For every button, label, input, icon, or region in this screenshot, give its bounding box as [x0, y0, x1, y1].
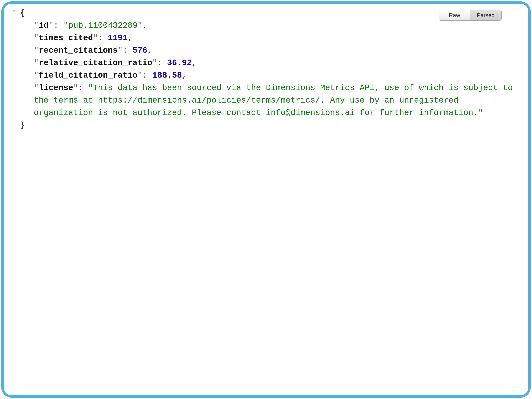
- json-value-group: "This data has been sourced via the Dime…: [34, 83, 518, 118]
- json-key: times_cited: [39, 33, 93, 43]
- json-entry: "recent_citations": 576,: [34, 44, 514, 57]
- key-close-quote-char: ": [73, 83, 78, 93]
- colon-char: :: [78, 83, 88, 93]
- json-entry: "id": "pub.1100432289",: [34, 19, 514, 32]
- json-key: relative_citation_ratio: [39, 58, 152, 68]
- value-close-quote-char: ": [138, 21, 142, 30]
- comma-char: ,: [192, 58, 197, 68]
- json-value: 1191: [108, 33, 128, 43]
- json-value: 576: [133, 46, 147, 55]
- value-open-quote-char: ": [63, 21, 68, 30]
- json-key: field_citation_ratio: [39, 71, 138, 80]
- key-close-quote-char: ": [118, 46, 123, 55]
- json-entry: "times_cited": 1191,: [34, 32, 514, 44]
- json-viewer: { "id": "pub.1100432289","times_cited": …: [4, 4, 528, 132]
- gutter-spacer: [12, 119, 20, 132]
- key-open-quote-char: ": [34, 33, 39, 43]
- triangle-down-icon: [12, 9, 16, 12]
- json-entry: "field_citation_ratio": 188.58,: [34, 69, 514, 82]
- colon-char: :: [142, 71, 152, 80]
- json-value: 36.92: [167, 58, 192, 68]
- comma-char: ,: [127, 33, 133, 43]
- key-close-quote-char: ": [138, 71, 142, 80]
- comma-char: ,: [182, 71, 187, 80]
- json-value-group: 576: [133, 46, 147, 55]
- comma-char: ,: [142, 21, 147, 30]
- json-key: recent_citations: [39, 46, 118, 55]
- close-brace: }: [20, 119, 25, 132]
- json-value-group: "pub.1100432289": [63, 21, 142, 30]
- json-key: license: [39, 83, 73, 93]
- value-close-quote-char: ": [478, 108, 483, 118]
- key-close-quote-char: ": [152, 58, 157, 68]
- colon-char: :: [157, 58, 167, 68]
- open-brace: {: [20, 7, 25, 19]
- json-entry: "license": "This data has been sourced v…: [34, 82, 514, 119]
- json-value-group: 188.58: [152, 71, 182, 80]
- key-open-quote-char: ": [34, 46, 39, 55]
- colon-char: :: [123, 46, 133, 55]
- json-object-children: "id": "pub.1100432289","times_cited": 11…: [21, 19, 514, 119]
- key-close-quote-char: ": [49, 21, 54, 30]
- key-close-quote-char: ": [93, 33, 98, 43]
- key-open-quote-char: ": [34, 71, 39, 80]
- colon-char: :: [98, 33, 108, 43]
- key-open-quote-char: ": [34, 21, 39, 30]
- json-value: 188.58: [152, 71, 182, 80]
- root-close-row: }: [12, 119, 527, 132]
- key-open-quote-char: ": [34, 58, 39, 68]
- collapse-toggle[interactable]: [12, 7, 20, 19]
- json-value-group: 1191: [108, 33, 128, 43]
- value-open-quote-char: ": [88, 83, 93, 93]
- comma-char: ,: [147, 46, 152, 55]
- json-value-group: 36.92: [167, 58, 192, 68]
- json-key: id: [39, 21, 49, 30]
- root-node-row: {: [12, 7, 527, 19]
- json-value: pub.1100432289: [68, 21, 138, 30]
- json-viewer-frame: Raw Parsed { "id": "pub.1100432289","tim…: [1, 1, 531, 398]
- json-entry: "relative_citation_ratio": 36.92,: [34, 57, 514, 69]
- key-open-quote-char: ": [34, 83, 39, 93]
- colon-char: :: [54, 21, 63, 30]
- json-value: This data has been sourced via the Dimen…: [34, 83, 518, 118]
